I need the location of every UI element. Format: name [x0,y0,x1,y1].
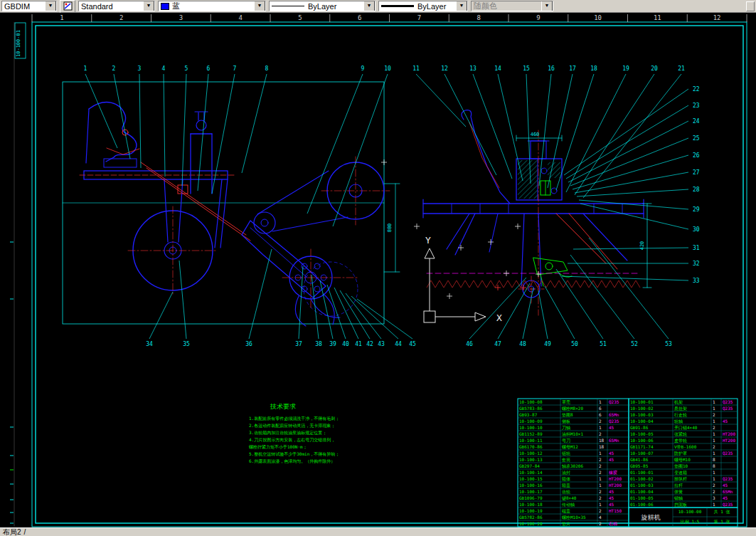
leader-line [575,172,688,193]
bom-cell: GB6170-86 [519,444,543,449]
bom-cell: 10-100-10 [519,425,543,430]
bom-cell: 10-100-08 [519,399,543,404]
bom-cell: 2 [599,470,602,475]
bom-cell: HT200 [723,438,735,443]
bom-cell: 45 [609,489,614,494]
text-style-combo[interactable]: Standard ▼ [78,1,155,11]
zone-number: 6 [358,14,361,21]
leader-line [498,74,523,181]
technical-notes: 技术要求1.装配前所有零件必须清洗干净，不得有毛刺；2.各运动件装配后应转动灵活… [249,403,339,464]
bom-cell: 轴承30206 [562,463,583,469]
bom-cell: 侧板 [562,419,570,424]
balloon-number: 35 [183,341,190,347]
balloon-number: 37 [295,341,302,347]
bom-cell: 10-100-05 [630,431,654,436]
balloon-number: 45 [409,341,416,347]
left-edge-marks [10,22,14,527]
bom-cell: 18 [599,438,605,443]
balloon-number: 53 [665,341,672,347]
leader-line [320,280,333,339]
balloon-number: 46 [466,341,473,347]
leader-line [444,74,496,175]
balloon-number: 32 [693,261,700,267]
bom-cell: 2 [599,508,602,513]
bom-cell: Q235 [609,419,619,424]
chevron-down-icon[interactable]: ▼ [254,1,265,11]
lineweight-combo[interactable]: ByLayer ▼ [378,1,468,11]
bom-cell: HT150 [609,508,622,513]
balloon-number: 44 [395,341,402,347]
chevron-down-icon[interactable]: ▼ [143,1,154,11]
balloon-number: 48 [519,341,526,347]
text-style-value: Standard [81,2,113,11]
cad-application-window: GBDIM ▼ Standard ▼ 蓝 ▼ ByLayer ▼ ByLayer [0,0,756,536]
balloon-number: 14 [494,65,501,72]
bom-cell: 箱盖 [562,483,570,488]
chevron-down-icon[interactable]: ▼ [456,1,467,11]
balloon-number: 12 [441,65,448,72]
bom-cell: 1 [713,451,715,456]
bom-cell: 10-100-19 [519,508,543,513]
notes-line: 3.齿轮箱内加注齿轮油至油标规定位置； [249,430,326,436]
bom-cell: 销轴 [674,495,683,501]
balloon-number: 19 [622,65,629,72]
layout-tab[interactable]: 布局2 [3,527,21,536]
leader-line [562,276,688,280]
leader-line [566,105,688,179]
color-swatch-blue [161,3,169,10]
bom-cell: 1 [599,451,602,456]
bom-cell: 10-100-11 [519,438,543,443]
bom-cell: 2 [713,483,715,488]
drawing-scale: 比例 1:5 [681,519,700,525]
bom-cell: 垫片 [562,521,570,527]
leader-line [242,74,267,173]
balloon-number: 2 [112,65,116,72]
leader-line [85,74,117,148]
notes-line: 螺栓拧紧力矩不小于100N·m； [249,444,307,450]
chevron-down-icon[interactable]: ▼ [45,1,56,11]
bom-cell: 2 [713,489,715,494]
chevron-down-icon[interactable]: ▼ [363,1,375,11]
bom-cell: 油杯M10×1 [562,431,583,437]
bom-cell: 1 [713,399,715,404]
dim-style-combo[interactable]: GBDIM ▼ [1,1,57,11]
toolbar-handle[interactable] [746,1,755,11]
balloon-number: 1 [84,65,87,72]
bom-cell: 2 [713,444,715,449]
color-value: 蓝 [172,1,180,11]
bom-table-left: 10-100-08罩壳1Q235GB5783-86螺栓M8×206GB93-87… [518,399,629,527]
text-style-glyph [63,1,73,11]
bom-cell: 1 [599,399,602,404]
bom-cell: Q235 [723,476,733,481]
linetype-combo[interactable]: ByLayer ▼ [269,1,376,11]
sheet-index: 第 1 张 [714,519,730,525]
leader-line [198,74,208,191]
bom-table-right: 10-100-01机架1Q23510-100-02悬挂架1Q23510-100-… [629,399,738,508]
notes-line: 5.整机空运转试验不少于30min，不得有异响； [249,451,339,457]
bom-cell: 传动轴 [562,502,575,508]
color-combo[interactable]: 蓝 ▼ [158,1,266,11]
bom-cell: 65Mn [609,412,619,417]
bom-cell: 操纵杆 [674,476,687,481]
bom-cell: 10-100-02 [630,406,654,411]
bom-cell: 45 [723,419,728,424]
balloon-number: 17 [569,65,576,72]
bom-cell: 10-100-18 [519,502,543,507]
drawing-canvas[interactable]: 123456789101112 10-100-01 [0,13,756,527]
blip-mark [504,270,509,276]
bom-cell: 套筒 [562,457,570,462]
leader-line [570,138,688,186]
bom-cell: 65Mn [609,438,619,443]
bom-cell: GB91-86 [630,425,649,430]
bom-cell: 10-100-15 [519,476,543,481]
bom-cell: 2 [713,425,715,430]
bom-cell: 行走轮 [674,412,687,418]
blip-mark [414,224,420,229]
bom-cell: 1 [713,431,715,436]
text-style-icon[interactable] [60,0,75,13]
bom-cell: 10-100-09 [519,419,543,424]
sheet-code-box: 10-100-01 [15,23,26,58]
bom-cell: 齿轮 [562,489,570,495]
bom-cell: 皮带轮 [674,438,687,443]
bom-cell: 1 [713,476,715,481]
